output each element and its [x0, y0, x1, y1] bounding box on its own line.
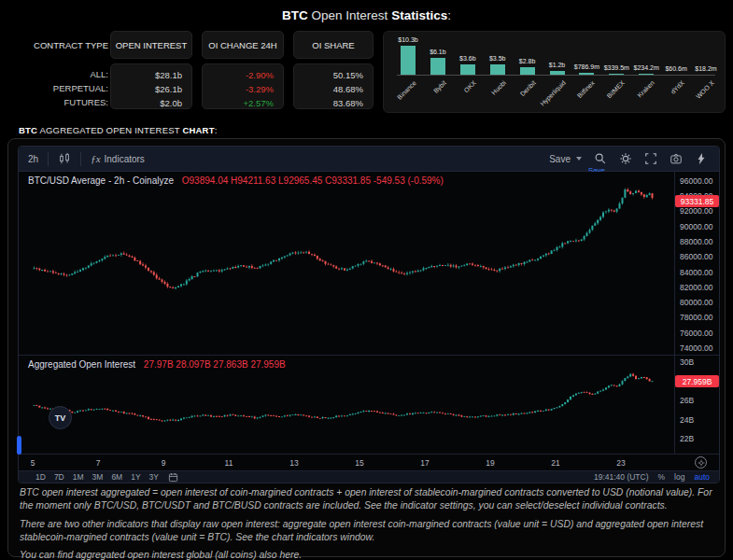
last-oi-label: 27.959B: [675, 375, 719, 387]
calendar-icon[interactable]: [168, 472, 178, 483]
toolbar-divider: [48, 152, 49, 166]
toolbar-right: Save: [549, 152, 719, 165]
oi-legend-title: Aggregated Open Interest: [28, 359, 135, 370]
bar[interactable]: [490, 64, 505, 75]
bar-value-label: $786.9m: [574, 63, 599, 70]
row-label: PERPETUAL:: [28, 81, 108, 95]
bar-category-label: Kraken: [636, 79, 655, 99]
gear-icon[interactable]: [619, 152, 632, 165]
section-label: BTC AGGREGATED OPEN INTEREST CHART:: [19, 125, 218, 135]
open-interest-values: $28.1b$26.1b$2.0b: [110, 63, 192, 109]
bar[interactable]: [520, 67, 535, 75]
bar-category-label: Deribit: [518, 79, 536, 97]
clock[interactable]: 19:41:40 (UTC): [594, 472, 649, 482]
oi-legend-values: 27.97B 28.097B 27.863B 27.959B: [144, 359, 286, 370]
fullscreen-icon[interactable]: [644, 152, 657, 165]
chart-toolbar: 2h ƒx Indicators Save Sa: [19, 147, 719, 172]
page: BTC Open Interest Statistics: CONTRACT T…: [0, 0, 733, 560]
chart-style-button[interactable]: [52, 152, 77, 165]
time-tick-label: 11: [225, 458, 233, 468]
bar-value-label: $2.8b: [519, 58, 536, 64]
time-tick-label: 15: [355, 458, 363, 468]
oi-change-values: -2.90%-3.29%+2.57%: [202, 63, 284, 109]
range-button-1m[interactable]: 1M: [73, 472, 84, 482]
bar[interactable]: [609, 74, 624, 75]
oi-change-cell: -3.29%: [203, 82, 274, 96]
time-tick-label: 23: [616, 458, 625, 468]
bar-value-label: $3.6b: [459, 55, 476, 62]
price-pane[interactable]: BTC/USD Average - 2h - Coinalyze O93894.…: [19, 172, 719, 355]
range-button-3m[interactable]: 3M: [92, 472, 104, 482]
oi-share-cell: 48.68%: [294, 82, 363, 96]
footer-paragraph: You can find aggregated open interest gl…: [20, 549, 714, 560]
chevron-down-icon: [576, 157, 582, 161]
bar[interactable]: [430, 58, 445, 75]
open-interest-cell: $28.1b: [111, 68, 182, 82]
range-button-6m[interactable]: 6M: [111, 472, 122, 482]
bar-value-label: $18.2m: [695, 65, 716, 72]
oi-pane[interactable]: Aggregated Open Interest 27.97B 28.097B …: [19, 355, 719, 454]
time-axis[interactable]: 57911131517192123: [19, 454, 719, 470]
footer-notes: BTC open interest aggregated = open inte…: [20, 486, 714, 560]
bar-value-label: $6.1b: [430, 49, 446, 55]
tradingview-widget: 2h ƒx Indicators Save Sa: [18, 146, 720, 483]
open-interest-cell: $26.1b: [111, 82, 182, 96]
range-buttons: 1D7D1M3M6M1Y3Y: [19, 472, 159, 482]
time-tick-label: 21: [551, 458, 559, 468]
time-tick-label: 9: [162, 458, 166, 468]
range-button-3y[interactable]: 3Y: [149, 472, 159, 482]
drawing-toolbar-handle[interactable]: [17, 436, 21, 455]
candlestick-icon: [58, 152, 71, 165]
title-middle: Open Interest: [308, 8, 391, 22]
chart-panel: 2h ƒx Indicators Save Sa: [7, 138, 726, 557]
seclabel-btc: BTC: [19, 125, 37, 135]
bar-category-label: Bitfinex: [576, 79, 596, 99]
page-title: BTC Open Interest Statistics:: [0, 8, 733, 22]
save-button[interactable]: Save: [549, 154, 582, 164]
oi-change-cell: -2.90%: [203, 68, 274, 82]
interval-button[interactable]: 2h: [19, 154, 44, 164]
range-button-7d[interactable]: 7D: [54, 472, 64, 482]
lightning-icon[interactable]: [695, 152, 708, 165]
range-button-1d[interactable]: 1D: [35, 472, 46, 482]
camera-icon[interactable]: [670, 152, 683, 165]
open-interest-header: OPEN INTEREST: [110, 31, 192, 59]
bar-category-label: Bybit: [432, 79, 447, 94]
seclabel-middle: AGGREGATED OPEN INTEREST: [37, 125, 182, 135]
bar-category-label: Binance: [396, 79, 417, 101]
bar-category-label: Huobi: [490, 79, 507, 96]
price-tick-label: 86000.00: [680, 252, 712, 261]
oi-candles-svg[interactable]: [19, 356, 672, 454]
range-button-1y[interactable]: 1Y: [131, 472, 140, 482]
exchange-oi-bar-chart: $10.3bBinance$6.1bBybit$3.6bOKX$3.5bHuob…: [383, 31, 726, 113]
log-scale-button[interactable]: log: [674, 472, 684, 482]
axis-settings-icon[interactable]: [695, 456, 707, 469]
price-tick-label: 82000.00: [680, 283, 712, 292]
oi-share-cell: 50.15%: [294, 68, 363, 82]
title-colon: :: [447, 8, 451, 22]
bar-category-label: BitMEX: [606, 79, 626, 99]
seclabel-chart: CHART: [182, 125, 214, 135]
bottom-toolbar-right: 19:41:40 (UTC) % log auto: [594, 472, 719, 482]
toolbar-divider: [80, 152, 81, 166]
oi-share-header: OI SHARE: [293, 31, 374, 59]
price-candles-svg[interactable]: [19, 172, 672, 355]
bar-value-label: $1.2b: [549, 62, 566, 68]
bottom-toolbar: 1D7D1M3M6M1Y3Y 19:41:40 (UTC) % log auto: [19, 470, 719, 483]
footer-paragraph: There are two other indicators that disp…: [20, 518, 714, 545]
bar[interactable]: [550, 71, 565, 75]
bar[interactable]: [401, 46, 416, 75]
time-tick-label: 5: [31, 458, 35, 468]
indicators-button[interactable]: ƒx Indicators: [85, 153, 150, 164]
bar[interactable]: [639, 74, 654, 75]
percent-scale-button[interactable]: %: [658, 472, 666, 482]
bar[interactable]: [460, 64, 475, 75]
contract-type-rows: ALL:PERPETUAL:FUTURES:: [28, 63, 108, 109]
price-tick-label: 84000.00: [680, 268, 712, 277]
auto-scale-button[interactable]: auto: [694, 472, 710, 482]
search-icon[interactable]: [594, 152, 607, 165]
oi-tick-label: 24B: [680, 415, 694, 425]
tradingview-logo[interactable]: TV: [49, 406, 72, 429]
bar[interactable]: [579, 73, 594, 75]
oi-change-cell: +2.57%: [203, 96, 274, 110]
